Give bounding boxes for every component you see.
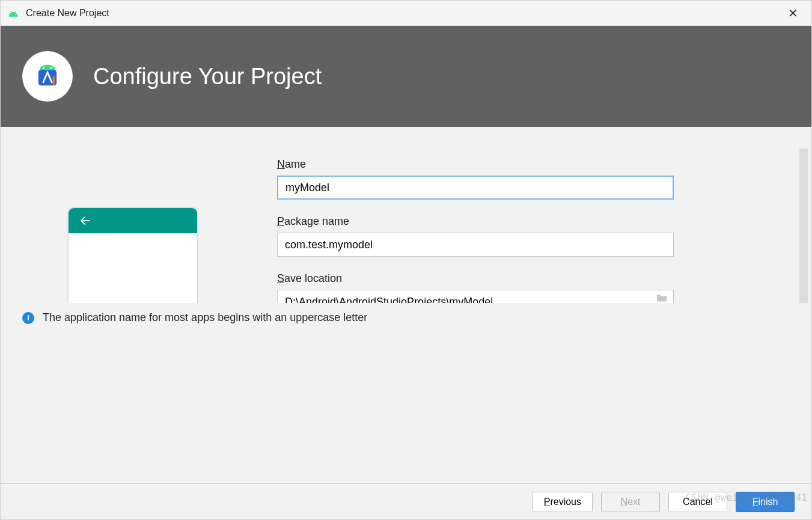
previous-button[interactable]: Previous	[533, 492, 593, 512]
scrollbar[interactable]	[799, 148, 808, 303]
banner-title: Configure Your Project	[93, 64, 322, 90]
content-area: Name Package name Save location Language…	[1, 127, 811, 303]
name-label: Name	[277, 158, 674, 171]
svg-point-3	[50, 67, 52, 69]
svg-point-0	[11, 13, 12, 14]
next-button: Next	[601, 492, 660, 512]
field-package: Package name	[277, 215, 674, 257]
banner: Configure Your Project	[1, 26, 811, 127]
svg-rect-5	[53, 76, 55, 85]
logo-icon	[22, 51, 73, 102]
info-text: The application name for most apps begin…	[43, 311, 367, 324]
window-title: Create New Project	[26, 8, 782, 19]
svg-point-1	[14, 13, 16, 14]
back-arrow-icon	[79, 215, 91, 227]
template-preview	[25, 152, 241, 303]
package-label: Package name	[277, 215, 674, 228]
cancel-button[interactable]: Cancel	[668, 492, 727, 512]
android-icon	[8, 8, 19, 19]
phone-appbar	[69, 208, 197, 233]
info-icon: i	[22, 312, 34, 324]
field-save-location: Save location	[277, 272, 674, 303]
field-name: Name	[277, 158, 674, 200]
save-location-label: Save location	[277, 272, 674, 285]
info-bar: i The application name for most apps beg…	[1, 303, 811, 333]
close-icon[interactable]: ✕	[782, 4, 804, 23]
titlebar: Create New Project ✕	[1, 1, 811, 26]
dialog-window: Create New Project ✕ Configure Your Proj…	[0, 0, 812, 520]
phone-mock	[68, 207, 198, 303]
name-input[interactable]	[277, 176, 674, 200]
finish-button[interactable]: Finish	[736, 492, 795, 512]
svg-point-2	[43, 67, 44, 69]
form: Name Package name Save location Language…	[277, 152, 674, 303]
footer: Previous Next Cancel Finish	[1, 483, 811, 519]
package-input[interactable]	[277, 233, 674, 257]
save-location-input[interactable]	[277, 290, 674, 303]
spacer	[1, 333, 811, 484]
